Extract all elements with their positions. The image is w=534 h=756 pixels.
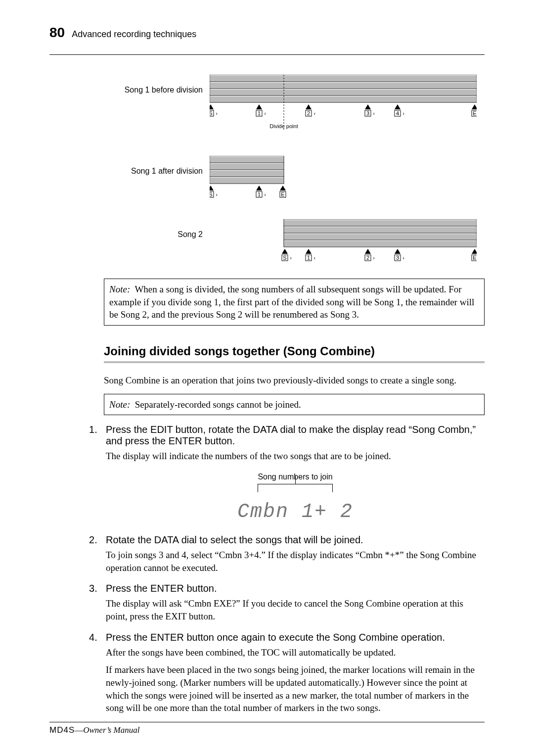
step-body: To join songs 3 and 4, select “Cmbn 3+4.… xyxy=(106,549,485,574)
header-rule xyxy=(49,54,485,55)
svg-rect-5 xyxy=(210,76,476,81)
svg-text:›: › xyxy=(290,255,292,261)
svg-rect-53 xyxy=(284,241,476,246)
svg-text:E: E xyxy=(473,110,476,116)
svg-rect-52 xyxy=(284,234,476,239)
svg-text:›: › xyxy=(402,110,404,116)
footer-model: MD4S xyxy=(49,725,75,735)
svg-marker-58 xyxy=(306,249,312,254)
svg-marker-54 xyxy=(282,249,288,254)
intro-text: Song Combine is an operation that joins … xyxy=(104,374,485,387)
chapter-title: Advanced recording techniques xyxy=(72,29,196,40)
svg-marker-70 xyxy=(472,249,477,254)
svg-text:E: E xyxy=(473,255,476,261)
step-body-text: After the songs have been combined, the … xyxy=(106,646,485,659)
svg-text:3: 3 xyxy=(366,110,369,116)
svg-rect-8 xyxy=(210,96,476,102)
note-label: Note: xyxy=(109,284,130,294)
steps-list: Press the EDIT button, rotate the DATA d… xyxy=(89,424,485,714)
svg-marker-43 xyxy=(280,186,286,190)
step-4: Press the ENTER button once again to exe… xyxy=(89,632,485,714)
footer-dash: — xyxy=(75,725,83,735)
svg-text:›: › xyxy=(216,191,218,197)
svg-marker-66 xyxy=(395,249,400,254)
svg-text:›: › xyxy=(373,110,375,116)
step-body-text: If markers have been placed in the two s… xyxy=(106,663,485,714)
svg-text:1: 1 xyxy=(258,191,261,197)
svg-text:›: › xyxy=(313,110,315,116)
step-body: The display will indicate the numbers of… xyxy=(106,450,485,525)
diagram-label-before: Song 1 before division xyxy=(114,75,203,94)
note-combine: Note: Separately-recorded songs cannot b… xyxy=(104,394,485,416)
svg-text:S: S xyxy=(210,191,213,197)
svg-text:3: 3 xyxy=(396,255,399,261)
step-body-text: The display will ask “Cmbn EXE?” If you … xyxy=(106,597,485,622)
page-header: 80 Advanced recording techniques xyxy=(49,25,485,41)
svg-rect-50 xyxy=(284,220,476,226)
diagram-label-after: Song 1 after division xyxy=(114,156,203,176)
divide-point-label: Divide point xyxy=(269,123,298,129)
svg-text:1: 1 xyxy=(307,255,310,261)
footer-owner: Owner’s Manual xyxy=(83,725,139,735)
svg-rect-34 xyxy=(210,178,283,183)
step-body-text: To join songs 3 and 4, select “Cmbn 3+4.… xyxy=(106,549,485,574)
step-body: After the songs have been combined, the … xyxy=(106,646,485,714)
svg-marker-62 xyxy=(365,249,371,254)
diagram-row-after: Song 1 after division S› 1› E xyxy=(114,156,485,201)
diagram-label-song2: Song 2 xyxy=(114,219,203,239)
svg-text:E: E xyxy=(281,191,284,197)
section-heading: Joining divided songs together (Song Com… xyxy=(104,344,485,358)
diagram-svg-after: S› 1› E xyxy=(210,156,477,201)
svg-text:1: 1 xyxy=(258,110,261,116)
note-divide: Note: When a song is divided, the song n… xyxy=(104,279,485,326)
svg-text:›: › xyxy=(264,191,266,197)
diagram-svg-before: S› 1› 2› 3› 4› E Divide point xyxy=(210,75,477,138)
step-title: Press the ENTER button once again to exe… xyxy=(106,632,485,643)
svg-text:›: › xyxy=(313,255,315,261)
step-2: Rotate the DATA dial to select the songs… xyxy=(89,534,485,574)
svg-rect-7 xyxy=(210,90,476,95)
svg-text:›: › xyxy=(373,255,375,261)
svg-text:S: S xyxy=(210,110,213,116)
svg-marker-39 xyxy=(256,186,262,190)
divide-diagram: Song 1 before division xyxy=(114,75,485,265)
diagram-row-song2: Song 2 S› xyxy=(114,219,485,265)
lcd-bracket xyxy=(258,484,333,492)
step-title: Rotate the DATA dial to select the songs… xyxy=(106,534,485,546)
step-3: Press the ENTER button. The display will… xyxy=(89,583,485,622)
svg-text:›: › xyxy=(402,255,404,261)
note-text: When a song is divided, the song numbers… xyxy=(109,284,474,320)
svg-text:S: S xyxy=(283,255,286,261)
lcd-display: Song numbers to join Cmbn 1+ 2 xyxy=(106,472,485,525)
step-body: The display will ask “Cmbn EXE?” If you … xyxy=(106,597,485,622)
step-1: Press the EDIT button, rotate the DATA d… xyxy=(89,424,485,525)
diagram-row-before: Song 1 before division xyxy=(114,75,485,138)
svg-rect-31 xyxy=(210,157,283,162)
svg-rect-33 xyxy=(210,171,283,176)
step-title: Press the EDIT button, rotate the DATA d… xyxy=(106,424,485,447)
diagram-svg-song2: S› 1› 2› 3› E xyxy=(210,219,477,265)
svg-rect-6 xyxy=(210,83,476,88)
note-label: Note: xyxy=(109,399,130,410)
page-number: 80 xyxy=(49,25,65,41)
section-heading-rule xyxy=(104,361,485,363)
svg-text:4: 4 xyxy=(396,110,399,116)
note-text: Separately-recorded songs cannot be join… xyxy=(135,399,301,410)
page-footer: MD4S—Owner’s Manual xyxy=(49,722,485,735)
svg-text:2: 2 xyxy=(366,255,369,261)
lcd-text: Cmbn 1+ 2 xyxy=(106,499,485,525)
page: 80 Advanced recording techniques Song 1 … xyxy=(0,0,534,756)
svg-text:2: 2 xyxy=(307,110,310,116)
svg-rect-51 xyxy=(284,227,476,233)
svg-rect-32 xyxy=(210,164,283,169)
step-body-text: The display will indicate the numbers of… xyxy=(106,450,485,463)
svg-text:›: › xyxy=(216,110,218,116)
svg-text:›: › xyxy=(264,110,266,116)
step-title: Press the ENTER button. xyxy=(106,583,485,594)
svg-marker-35 xyxy=(210,186,214,190)
